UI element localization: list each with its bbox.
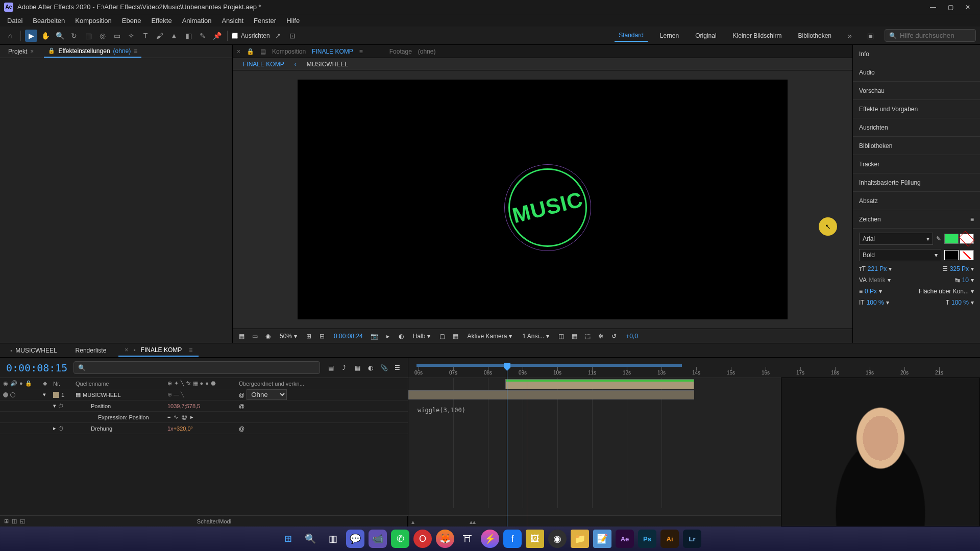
tl-tab-renderliste[interactable]: Renderliste	[69, 345, 113, 356]
vscale-value[interactable]: 100 %	[951, 299, 969, 306]
panel-menu-icon[interactable]: ≡	[359, 48, 363, 55]
workspace-standard[interactable]: Standard	[615, 30, 648, 42]
twirl-icon[interactable]: ▸	[53, 425, 56, 432]
camera-tool[interactable]: ▦	[82, 30, 94, 42]
taskbar-lr-icon[interactable]: Lr	[683, 530, 701, 548]
layer-row-1[interactable]: ▾ 1 ▦MUSICWHEEL ⊕ — ╲ @ Ohne	[0, 389, 408, 400]
pen-tool[interactable]: ✧	[125, 30, 137, 42]
timeline-search-input[interactable]	[89, 364, 315, 371]
taskbar-ai-icon[interactable]: Ai	[660, 530, 679, 548]
panel-audio[interactable]: Audio	[853, 63, 980, 82]
selection-tool[interactable]: ▶	[25, 30, 37, 42]
pickwhip-icon[interactable]: @	[239, 425, 244, 432]
twirl-icon[interactable]: ▾	[53, 403, 56, 409]
font-style-select[interactable]: Bold▾	[859, 249, 941, 261]
panel-ausrichten[interactable]: Ausrichten	[853, 118, 980, 137]
close-icon[interactable]: ×	[237, 48, 240, 55]
brain-icon[interactable]: ☰	[393, 363, 402, 372]
taskbar-windows-icon[interactable]: ⊞	[279, 530, 297, 548]
audio-toggle[interactable]	[10, 392, 15, 397]
taskbar-facebook-icon[interactable]: f	[503, 530, 522, 548]
tracking-value[interactable]: 10	[962, 277, 969, 284]
zoom-out-icon[interactable]: ▴	[411, 518, 414, 525]
fast-preview-icon[interactable]: ▦	[570, 332, 579, 341]
panel-vorschau[interactable]: Vorschau	[853, 82, 980, 100]
menu-effekte[interactable]: Effekte	[146, 16, 177, 26]
camera-select[interactable]: Aktive Kamera ▾	[464, 332, 515, 341]
frame-blend-icon[interactable]: ▦	[353, 363, 362, 372]
stopwatch-icon[interactable]: ⏱	[58, 425, 64, 432]
mask-icon[interactable]: ◉	[263, 332, 273, 341]
panel-effekte[interactable]: Effekte und Vorgaben	[853, 100, 980, 118]
chevron-left-icon[interactable]: ‹	[295, 61, 297, 68]
toggle-switches-icon[interactable]: ⊞	[4, 518, 9, 524]
prop-expression-row[interactable]: Expression: Position = ∿ @ ▸	[0, 412, 408, 423]
panel-tracker[interactable]: Tracker	[853, 155, 980, 173]
views-select[interactable]: 1 Ansi... ▾	[519, 332, 552, 341]
kerning-value[interactable]: Metrik	[869, 277, 886, 284]
help-search[interactable]: 🔍	[885, 29, 976, 42]
timeline-ruler[interactable]: 06s 07s 08s 09s 10s 11s 12s 13s 14s 15s …	[408, 358, 980, 378]
stroke-opt-select[interactable]: Fläche über Kon...	[919, 288, 969, 295]
pickwhip-icon[interactable]: @	[239, 403, 244, 409]
pickwhip-icon[interactable]: @	[239, 392, 244, 398]
timeline-current-time[interactable]: 0:00:08:15	[6, 362, 67, 374]
menu-bearbeiten[interactable]: Bearbeiten	[28, 16, 70, 26]
workspace-kleiner[interactable]: Kleiner Bildschirm	[729, 30, 786, 41]
timeline-playhead[interactable]	[507, 363, 507, 527]
panel-zeichen[interactable]: Zeichen ≡	[853, 210, 980, 229]
pixel-aspect-icon[interactable]: ◫	[556, 332, 566, 341]
taskbar-pictures-icon[interactable]: 🖼	[526, 530, 544, 548]
layer-bar-plain[interactable]	[408, 390, 694, 399]
show-snapshot-icon[interactable]: ▸	[383, 332, 393, 341]
graph-icon[interactable]: 📎	[379, 363, 388, 372]
eraser-tool[interactable]: ◧	[182, 30, 194, 42]
toggle-pane-icon[interactable]: ◱	[20, 518, 25, 524]
expression-text[interactable]: wiggle(3,100)	[418, 407, 465, 414]
menu-komposition[interactable]: Komposition	[70, 16, 117, 26]
hand-tool[interactable]: ✋	[39, 30, 52, 42]
transparency-icon[interactable]: ▦	[451, 332, 460, 341]
anchor-tool[interactable]: ◎	[96, 30, 109, 42]
tab-effekteinstellungen[interactable]: 🔒 Effekteinstellungen (ohne) ≡	[44, 45, 141, 58]
align-checkbox-input[interactable]	[232, 33, 238, 39]
footer-label[interactable]: Schalter/Modi	[25, 518, 403, 524]
col-parent[interactable]: Übergeordnet und verkn...	[239, 381, 406, 387]
panel-fuellung[interactable]: Inhaltsbasierte Füllung	[853, 173, 980, 192]
hscale-value[interactable]: 100 %	[867, 299, 884, 306]
taskbar-search-icon[interactable]: 🔍	[301, 530, 320, 548]
position-value[interactable]: 1039,7;578,5	[167, 403, 200, 409]
expr-lang-icon[interactable]: ▸	[190, 414, 193, 420]
font-size-value[interactable]: 221 Px	[868, 265, 887, 272]
taskbar-messenger-icon[interactable]: ⚡	[481, 530, 499, 548]
motion-blur-icon[interactable]: ◐	[366, 363, 375, 372]
zoom-tool[interactable]: 🔍	[54, 30, 66, 42]
panel-menu-icon[interactable]: ≡	[970, 216, 974, 223]
layer-bar[interactable]	[505, 379, 694, 389]
taskbar-ae-icon[interactable]: Ae	[616, 530, 634, 548]
layers-icon[interactable]: ▤	[260, 48, 266, 55]
font-family-select[interactable]: Arial▾	[859, 233, 933, 245]
res-full-icon[interactable]: ⊞	[304, 332, 313, 341]
baseline-value[interactable]: 0 Px	[865, 288, 877, 295]
shape-tool[interactable]: ▭	[111, 30, 123, 42]
render-icon[interactable]: ✻	[596, 332, 605, 341]
panel-menu-icon[interactable]: ≡	[134, 47, 137, 55]
close-icon[interactable]: ✕	[964, 3, 972, 11]
exposure-value[interactable]: +0,0	[623, 332, 641, 341]
nav-finale-komp[interactable]: FINALE KOMP	[239, 59, 288, 70]
taskbar-firefox-icon[interactable]: 🦊	[436, 530, 454, 548]
channel-icon[interactable]: ▭	[250, 332, 259, 341]
workspace-original[interactable]: Original	[691, 30, 720, 41]
taskbar-whatsapp-icon[interactable]: ✆	[391, 530, 409, 548]
minimize-icon[interactable]: —	[929, 3, 937, 11]
expr-graph-icon[interactable]: ∿	[174, 414, 178, 420]
nav-musicwheel[interactable]: MUSICWHEEL	[303, 59, 352, 70]
shy-icon[interactable]: ⤴	[339, 363, 349, 372]
home-icon[interactable]: ⌂	[4, 30, 16, 42]
col-name[interactable]: Quellenname	[76, 381, 167, 387]
lock-icon[interactable]: 🔒	[247, 48, 254, 55]
col-nr[interactable]: Nr.	[53, 381, 76, 387]
expr-pickwhip-icon[interactable]: @	[181, 414, 187, 420]
menu-animation[interactable]: Animation	[177, 16, 217, 26]
